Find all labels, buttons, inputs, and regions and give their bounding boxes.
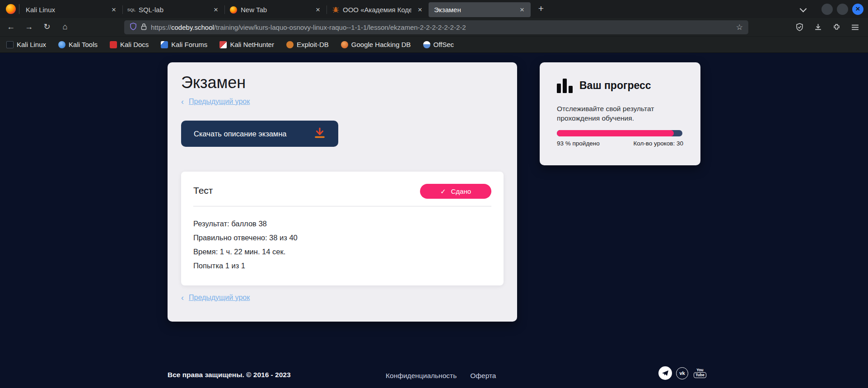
- bookmark-label: Kali Forums: [171, 41, 207, 48]
- exam-card: Экзамен ‹ Предыдущий урок Скачать описан…: [168, 62, 517, 322]
- list-all-tabs-chevron-icon[interactable]: [801, 6, 806, 11]
- progress-percent-label: 93 % пройдено: [557, 140, 600, 147]
- youtube-icon[interactable]: You Tube: [694, 368, 706, 378]
- page-content: Экзамен ‹ Предыдущий урок Скачать описан…: [0, 53, 868, 388]
- copyright-text: Все права защищены. © 2016 - 2023: [168, 371, 291, 379]
- firefox-logo-icon: [6, 4, 16, 14]
- previous-lesson-link-bottom[interactable]: ‹ Предыдущий урок: [181, 294, 250, 302]
- close-icon[interactable]: ×: [109, 5, 119, 15]
- firefox-favicon-icon: [230, 6, 237, 14]
- account-shield-icon[interactable]: [793, 21, 805, 33]
- tab-academy-codeby[interactable]: ООО «Академия Кодеба ×: [327, 2, 429, 17]
- bar-chart-icon: [557, 78, 573, 93]
- window-close-button[interactable]: ×: [852, 4, 863, 15]
- status-badge-passed: ✓ Сдано: [420, 184, 491, 199]
- bookmark-label: Kali Docs: [120, 41, 149, 48]
- url-text: https://codeby.school/training/view/kurs…: [151, 23, 466, 31]
- minimize-button[interactable]: [821, 4, 833, 15]
- lock-icon[interactable]: [141, 23, 147, 32]
- result-score-line: Результат: баллов 38: [193, 220, 267, 228]
- new-tab-button[interactable]: +: [534, 2, 548, 16]
- telegram-icon[interactable]: [658, 366, 672, 380]
- progress-bar-track: [557, 130, 682, 136]
- close-icon[interactable]: ×: [517, 5, 527, 15]
- time-spent-line: Время: 1 ч. 22 мин. 14 сек.: [193, 248, 285, 256]
- kali-forums-icon: [161, 41, 168, 48]
- bookmark-star-icon[interactable]: ☆: [736, 23, 743, 32]
- previous-lesson-label[interactable]: Предыдущий урок: [189, 294, 250, 302]
- url-bar[interactable]: https://codeby.school/training/view/kurs…: [124, 20, 748, 34]
- tab-title: SQL-lab: [139, 6, 207, 14]
- google-hacking-db-icon: [341, 41, 348, 48]
- kali-nethunter-icon: [219, 41, 227, 48]
- status-label: Сдано: [451, 187, 471, 195]
- tab-title: Kali Linux: [26, 6, 105, 14]
- previous-lesson-label[interactable]: Предыдущий урок: [189, 98, 250, 106]
- tab-sql-lab[interactable]: SQL SQL-lab ×: [122, 2, 224, 17]
- check-icon: ✓: [440, 187, 446, 196]
- bookmark-label: Google Hacking DB: [351, 41, 411, 48]
- test-title: Тест: [193, 185, 213, 196]
- progress-card: Ваш прогресс Отслеживайте свой результат…: [540, 62, 700, 165]
- tab-title: ООО «Академия Кодеба: [343, 6, 411, 14]
- tab-kali-linux[interactable]: Kali Linux ×: [20, 2, 122, 17]
- bookmark-kali-forums[interactable]: Kali Forums: [161, 41, 207, 48]
- bookmark-google-hacking-db[interactable]: Google Hacking DB: [341, 41, 411, 48]
- close-icon[interactable]: ×: [415, 5, 425, 15]
- sql-favicon-icon: SQL: [128, 6, 135, 14]
- bookmark-label: Exploit-DB: [297, 41, 329, 48]
- navigation-toolbar: ← → ↻ ⌂ https://codeby.school/training/v…: [0, 18, 868, 37]
- tab-new-tab[interactable]: New Tab ×: [224, 2, 327, 17]
- bookmark-kali-nethunter[interactable]: Kali NetHunter: [219, 41, 274, 48]
- download-button-label: Скачать описание экзамна: [194, 130, 287, 138]
- exploit-db-icon: [286, 41, 294, 48]
- close-icon[interactable]: ×: [313, 5, 323, 15]
- bookmark-kali-tools[interactable]: Kali Tools: [58, 41, 98, 48]
- downloads-icon[interactable]: [812, 21, 824, 33]
- tab-ekzamen-active[interactable]: Экзамен ×: [429, 2, 531, 17]
- reload-button[interactable]: ↻: [40, 20, 54, 34]
- chevron-left-icon: ‹: [181, 98, 184, 106]
- kali-dragon-icon: [6, 41, 14, 48]
- correct-answers-line: Правильно отвечено: 38 из 40: [193, 234, 298, 242]
- tab-bar: Kali Linux × SQL SQL-lab × New Tab × ООО…: [0, 0, 868, 18]
- offsec-icon: [423, 41, 430, 48]
- divider: [193, 206, 491, 206]
- progress-bar-fill: [557, 130, 674, 136]
- back-button[interactable]: ←: [4, 20, 18, 34]
- menu-hamburger-icon[interactable]: [849, 21, 861, 33]
- bookmark-offsec[interactable]: OffSec: [423, 41, 454, 48]
- chevron-left-icon: ‹: [181, 294, 184, 302]
- bookmark-label: OffSec: [434, 41, 454, 48]
- progress-title: Ваш прогресс: [579, 79, 651, 92]
- progress-description: Отслеживайте свой результат прохождения …: [557, 104, 672, 123]
- attempt-line: Попытка 1 из 1: [193, 262, 245, 270]
- window-controls: ×: [821, 4, 863, 15]
- offer-link[interactable]: Оферта: [470, 372, 496, 380]
- privacy-link[interactable]: Конфиденциальность: [386, 372, 457, 380]
- tab-title: New Tab: [241, 6, 309, 14]
- previous-lesson-link-top[interactable]: ‹ Предыдущий урок: [181, 98, 250, 106]
- download-exam-description-button[interactable]: Скачать описание экзамна: [181, 121, 338, 147]
- vk-icon[interactable]: vk: [676, 367, 688, 379]
- kali-docs-icon: [110, 41, 117, 48]
- forward-button[interactable]: →: [22, 20, 36, 34]
- lessons-count-label: Кол-во уроков: 30: [633, 140, 683, 147]
- download-icon: [314, 127, 326, 141]
- tracking-protection-shield-icon[interactable]: [130, 23, 137, 32]
- test-result-card: Тест ✓ Сдано Результат: баллов 38 Правил…: [181, 172, 504, 285]
- browser-window: Kali Linux × SQL SQL-lab × New Tab × ООО…: [0, 0, 868, 388]
- bookmark-kali-linux[interactable]: Kali Linux: [6, 41, 46, 48]
- bookmarks-bar: Kali Linux Kali Tools Kali Docs Kali For…: [0, 37, 868, 53]
- bookmark-label: Kali NetHunter: [230, 41, 274, 48]
- close-icon[interactable]: ×: [211, 5, 221, 15]
- bookmark-label: Kali Linux: [17, 41, 46, 48]
- bookmark-exploit-db[interactable]: Exploit-DB: [286, 41, 329, 48]
- kali-tools-icon: [58, 41, 65, 48]
- extensions-puzzle-icon[interactable]: [831, 21, 842, 33]
- bookmark-kali-docs[interactable]: Kali Docs: [110, 41, 149, 48]
- home-button[interactable]: ⌂: [58, 20, 72, 34]
- social-links: vk You Tube: [658, 366, 706, 380]
- maximize-button[interactable]: [837, 4, 848, 15]
- bookmark-label: Kali Tools: [69, 41, 98, 48]
